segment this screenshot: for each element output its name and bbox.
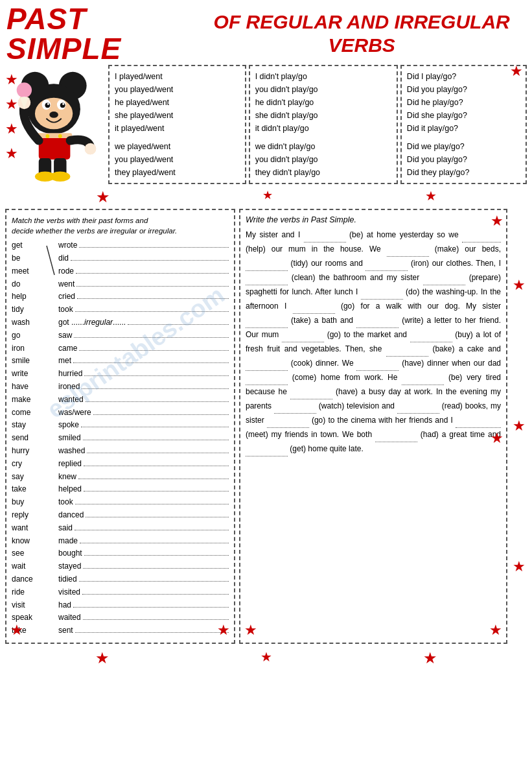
verb-left-1: get bbox=[12, 239, 43, 252]
neg-line-4: she didn't play/go bbox=[255, 109, 391, 122]
verb-left-19: say bbox=[12, 471, 43, 484]
neg-line-3: he didn't play/go bbox=[255, 96, 391, 109]
aff-line-6: we played/went bbox=[115, 140, 240, 153]
deco-star-1: ★ bbox=[5, 71, 18, 88]
title-left: PAST SIMPLE bbox=[6, 4, 187, 64]
aff-line-5: it played/went bbox=[115, 122, 240, 135]
blank-10 bbox=[246, 314, 288, 328]
bottom-star-3: ★ bbox=[423, 649, 437, 667]
verb-left-3: meet bbox=[12, 265, 43, 278]
svg-point-23 bbox=[17, 97, 30, 109]
bottom-star-1: ★ bbox=[95, 649, 110, 667]
blank-13 bbox=[410, 328, 452, 342]
svg-point-24 bbox=[84, 143, 96, 155]
verb-left-9: iron bbox=[12, 342, 43, 355]
divider-star-1: ★ bbox=[96, 188, 110, 206]
right-side-stars: ★ ★ ★ bbox=[511, 209, 527, 644]
verb-left-6: tidy bbox=[12, 303, 43, 316]
side-star-1: ★ bbox=[513, 277, 526, 294]
blank-7 bbox=[423, 271, 465, 285]
svg-point-18 bbox=[50, 171, 70, 182]
exercise-1-instruction: Match the verbs with their past forms an… bbox=[12, 215, 229, 236]
svg-point-10 bbox=[49, 112, 58, 118]
blank-14 bbox=[386, 342, 428, 357]
int-line-6: Did we play/go? bbox=[407, 140, 520, 153]
aff-line-4: she played/went bbox=[115, 109, 240, 122]
vr-2: did bbox=[58, 252, 229, 265]
verb-list-right: wrote did rode went cried took got .....… bbox=[58, 239, 229, 637]
vr-31: sent bbox=[58, 624, 229, 637]
verb-left-23: want bbox=[12, 522, 43, 535]
verb-left-16: send bbox=[12, 432, 43, 445]
int-line-8: Did they play/go? bbox=[407, 166, 520, 179]
neg-line-1: I didn't play/go bbox=[255, 70, 391, 83]
verb-left-24: know bbox=[12, 535, 43, 548]
vr-19: knew bbox=[58, 471, 229, 484]
deco-star-2: ★ bbox=[5, 96, 18, 113]
neg-line-7: you didn't play/go bbox=[255, 153, 391, 166]
deco-star-3: ★ bbox=[5, 121, 18, 137]
interrogative-box: ★ Did I play/go? Did you play/go? Did he… bbox=[400, 65, 527, 184]
verb-left-29: visit bbox=[12, 599, 43, 612]
connector-line-icon bbox=[45, 239, 56, 369]
vr-13: wanted bbox=[58, 394, 229, 407]
int-line-5: Did it play/go? bbox=[407, 122, 520, 135]
bottom-star-row: ★ ★ ★ bbox=[0, 646, 532, 670]
svg-point-14 bbox=[58, 134, 62, 138]
star-divider-row: ★ ★ ★ bbox=[0, 187, 532, 207]
vr-15: spoke bbox=[58, 419, 229, 432]
verb-list-left: get be meet do help tidy wash go iron sm… bbox=[12, 239, 43, 637]
verb-left-8: go bbox=[12, 329, 43, 342]
int-line-7: Did you play/go? bbox=[407, 153, 520, 166]
aff-line-3: he played/went bbox=[115, 96, 240, 109]
blank-6 bbox=[246, 271, 288, 285]
verb-left-28: ride bbox=[12, 586, 43, 599]
vr-4: went bbox=[58, 278, 229, 291]
verb-left-12: have bbox=[12, 381, 43, 394]
blank-11 bbox=[356, 314, 399, 328]
neg-line-2: you didn't play/go bbox=[255, 83, 391, 96]
deco-star-mid-right: ★ bbox=[491, 430, 503, 446]
verb-left-18: cry bbox=[12, 458, 43, 471]
mickey-column: ★ ★ ★ ★ bbox=[5, 65, 106, 184]
verb-left-21: buy bbox=[12, 496, 43, 509]
verb-left-10: smile bbox=[12, 355, 43, 368]
verb-left-17: hurry bbox=[12, 445, 43, 458]
svg-point-9 bbox=[62, 103, 64, 105]
deco-star-ex2-br: ★ bbox=[489, 622, 502, 638]
exercise-2-box: Write the verbs in Past Simple. ★ My sis… bbox=[239, 209, 507, 644]
vr-8: saw bbox=[58, 329, 229, 342]
verb-left-15: stay bbox=[12, 419, 43, 432]
vr-27: tidied bbox=[58, 573, 229, 586]
vr-22: danced bbox=[58, 509, 229, 522]
aff-line-7: you played/went bbox=[115, 153, 240, 166]
blank-15 bbox=[246, 357, 288, 371]
neg-line-5: it didn't play/go bbox=[255, 122, 391, 135]
conjugation-tables: I played/went you played/went he played/… bbox=[108, 65, 527, 184]
svg-point-13 bbox=[45, 134, 49, 138]
page-header: PAST SIMPLE OF REGULAR AND IRREGULAR VER… bbox=[0, 0, 532, 65]
deco-star-ex1-bl: ★ bbox=[10, 622, 23, 638]
exercise-2-text: My sister and I (be) at home yesterday s… bbox=[246, 228, 501, 456]
blank-20 bbox=[274, 399, 316, 414]
deco-star-ex2-bl: ★ bbox=[244, 622, 257, 638]
deco-star-4: ★ bbox=[5, 145, 18, 162]
vr-24: made bbox=[58, 535, 229, 548]
verb-left-25: see bbox=[12, 547, 43, 560]
blank-1 bbox=[304, 228, 346, 243]
svg-rect-11 bbox=[38, 134, 70, 160]
negative-box: I didn't play/go you didn't play/go he d… bbox=[249, 65, 398, 184]
deco-star-ex2-tr: ★ bbox=[491, 213, 503, 229]
blank-9 bbox=[293, 300, 335, 314]
vr-5: cried bbox=[58, 290, 229, 303]
blank-18 bbox=[402, 371, 444, 385]
neg-line-8: they didn't play/go bbox=[255, 166, 391, 179]
side-star-3: ★ bbox=[513, 558, 526, 575]
vr-6: took bbox=[58, 303, 229, 316]
blank-24 bbox=[375, 428, 417, 442]
blank-3 bbox=[387, 243, 429, 257]
verb-left-22: reply bbox=[12, 509, 43, 522]
verb-left-4: do bbox=[12, 278, 43, 291]
verb-left-27: dance bbox=[12, 573, 43, 586]
title-right: OF REGULAR AND IRREGULAR VERBS bbox=[198, 10, 526, 57]
